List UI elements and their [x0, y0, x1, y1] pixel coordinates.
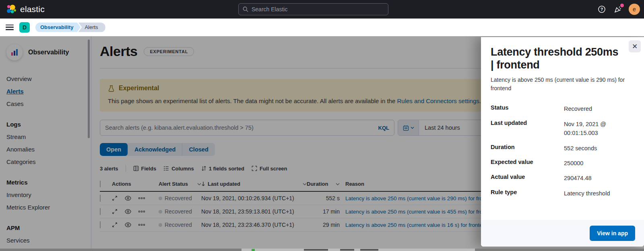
- view-in-app-button[interactable]: View in app: [590, 226, 635, 241]
- brand-name: elastic: [20, 4, 45, 14]
- alert-summary-list: StatusRecoveredLast updatedNov 19, 2021 …: [491, 104, 634, 198]
- global-header: elastic Search Elastic ? e: [0, 0, 644, 19]
- close-flyout-button[interactable]: ✕: [629, 40, 641, 52]
- breadcrumb: ObservabilityAlerts: [35, 23, 105, 32]
- flyout-field-status: StatusRecovered: [491, 104, 634, 113]
- breadcrumb-alerts[interactable]: Alerts: [78, 23, 105, 32]
- menu-toggle-button[interactable]: [6, 25, 14, 30]
- elastic-brand[interactable]: elastic: [5, 4, 45, 15]
- field-value: 250000: [564, 159, 634, 168]
- svg-text:?: ?: [601, 7, 603, 12]
- header-actions: ? e: [597, 0, 640, 19]
- flyout-field-expected-value: Expected value250000: [491, 159, 634, 168]
- flyout-field-rule-type: Rule typeLatency threshold: [491, 189, 634, 198]
- breadcrumb-observability[interactable]: Observability: [35, 23, 80, 32]
- field-label: Last updated: [491, 120, 564, 138]
- newsfeed-button[interactable]: [613, 4, 623, 15]
- navigation-bar: D ObservabilityAlerts: [0, 19, 644, 36]
- flyout-footer: View in app: [481, 220, 644, 247]
- field-value: Latency threshold: [564, 189, 634, 198]
- field-value: Nov 19, 2021 @ 00:01:15.003: [564, 120, 634, 138]
- help-button[interactable]: ?: [597, 4, 607, 15]
- global-search-input[interactable]: Search Elastic: [238, 3, 388, 15]
- field-value: 552 seconds: [564, 144, 634, 153]
- flyout-reason-text: Latency is above 250 ms (current value i…: [491, 76, 634, 93]
- notification-dot: [620, 4, 624, 7]
- close-icon: ✕: [632, 42, 638, 51]
- app-content: Observability OverviewAlertsCasesLogsStr…: [0, 36, 644, 249]
- help-icon: ?: [598, 5, 606, 13]
- global-search-placeholder: Search Elastic: [252, 6, 287, 12]
- space-badge[interactable]: D: [19, 22, 30, 33]
- field-value: Recovered: [564, 104, 634, 113]
- flyout-field-last-updated: Last updatedNov 19, 2021 @ 00:01:15.003: [491, 120, 634, 138]
- flyout-field-duration: Duration552 seconds: [491, 144, 634, 153]
- field-label: Status: [491, 104, 564, 113]
- alert-details-flyout: ✕ Latency threshold 250ms | frontend Lat…: [481, 37, 644, 247]
- field-label: Actual value: [491, 174, 564, 183]
- field-label: Expected value: [491, 159, 564, 168]
- flyout-title: Latency threshold 250ms | frontend: [491, 46, 634, 72]
- flyout-field-actual-value: Actual value290474.48: [491, 174, 634, 183]
- field-label: Rule type: [491, 189, 564, 198]
- search-icon: [243, 6, 248, 12]
- cutoff-green-chip: [252, 249, 255, 251]
- elastic-logo-icon: [6, 4, 17, 15]
- cutoff-bottom-bar: [0, 249, 644, 251]
- field-value: 290474.48: [564, 174, 634, 183]
- kibana-window: elastic Search Elastic ? e D Observabili…: [0, 0, 644, 251]
- field-label: Duration: [491, 144, 564, 153]
- user-avatar[interactable]: e: [629, 4, 640, 15]
